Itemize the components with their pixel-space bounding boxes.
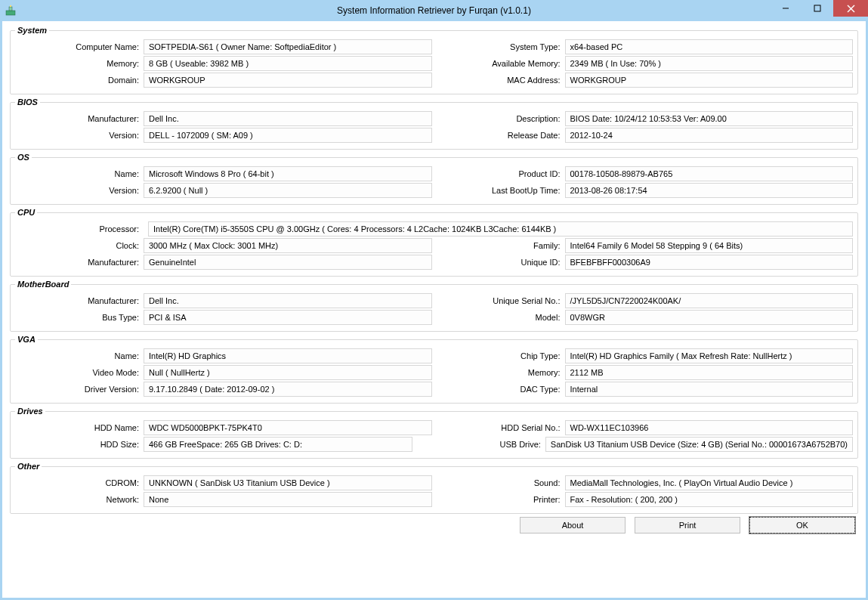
app-icon (5, 5, 17, 17)
label-cpu-unique-id: Unique ID: (437, 258, 565, 267)
value-usb-drive: SanDisk U3 Titanium USB Device (Size: 4 … (545, 437, 853, 452)
label-sound: Sound: (437, 478, 565, 487)
label-network: Network: (15, 495, 144, 504)
label-computer-name: Computer Name: (15, 42, 144, 51)
group-motherboard: MotherBoard Manufacturer:Dell Inc. Uniqu… (10, 280, 858, 332)
group-other-legend: Other (15, 462, 42, 471)
maximize-button[interactable] (802, 0, 833, 17)
label-cpu-family: Family: (437, 241, 565, 250)
label-domain: Domain: (15, 76, 144, 85)
value-vga-dac-type: Internal (565, 382, 854, 397)
value-mb-manufacturer: Dell Inc. (144, 293, 432, 308)
value-os-version: 6.2.9200 ( Null ) (144, 183, 432, 198)
value-os-last-bootup: 2013-08-26 08:17:54 (565, 183, 854, 198)
ok-button[interactable]: OK (749, 517, 855, 534)
label-mb-manufacturer: Manufacturer: (15, 296, 144, 305)
value-mac-address: WORKGROUP (565, 73, 854, 88)
value-computer-name: SOFTPEDIA-S61 ( Owner Name: SoftpediaEdi… (144, 39, 432, 54)
group-drives: Drives HDD Name:WDC WD5000BPKT-75PK4T0 H… (10, 407, 858, 459)
svg-rect-2 (10, 5, 11, 7)
value-cpu-family: Intel64 Family 6 Model 58 Stepping 9 ( 6… (565, 238, 854, 253)
group-other: Other CDROM:UNKNOWN ( SanDisk U3 Titaniu… (10, 462, 858, 514)
value-sound: MediaMall Technologies, Inc. ( PlayOn Vi… (565, 475, 854, 490)
value-cpu-manufacturer: GenuineIntel (144, 255, 432, 270)
label-vga-driver-version: Driver Version: (15, 385, 144, 394)
label-memory: Memory: (15, 59, 144, 68)
value-cpu-processor: Intel(R) Core(TM) i5-3550S CPU @ 3.00GHz… (148, 221, 853, 237)
label-os-product-id: Product ID: (437, 169, 565, 178)
group-system: System Computer Name:SOFTPEDIA-S61 ( Own… (10, 26, 858, 94)
group-bios-legend: BIOS (15, 97, 40, 107)
value-printer: Fax - Resolution: ( 200, 200 ) (565, 492, 854, 507)
group-vga: VGA Name:Intel(R) HD Graphics Chip Type:… (10, 335, 858, 404)
minimize-button[interactable] (770, 0, 802, 17)
group-motherboard-legend: MotherBoard (15, 280, 71, 289)
close-button[interactable] (833, 0, 868, 17)
label-vga-chip-type: Chip Type: (437, 351, 565, 360)
value-vga-name: Intel(R) HD Graphics (144, 348, 432, 363)
group-cpu-legend: CPU (15, 208, 37, 217)
value-os-name: Microsoft Windows 8 Pro ( 64-bit ) (144, 166, 432, 181)
value-mb-model: 0V8WGR (565, 310, 854, 325)
label-cdrom: CDROM: (15, 478, 144, 487)
group-cpu: CPU Processor: Intel(R) Core(TM) i5-3550… (10, 208, 858, 277)
label-mb-unique-serial: Unique Serial No.: (437, 296, 565, 305)
group-vga-legend: VGA (15, 335, 38, 344)
svg-rect-4 (814, 5, 820, 11)
label-usb-drive: USB Drive: (417, 440, 545, 449)
label-os-version: Version: (15, 186, 144, 195)
label-cpu-manufacturer: Manufacturer: (15, 258, 144, 267)
label-vga-name: Name: (15, 351, 144, 360)
value-mb-unique-serial: /JYL5D5J/CN7220024K00AK/ (565, 293, 854, 308)
value-vga-chip-type: Intel(R) HD Graphics Family ( Max Refres… (565, 348, 854, 363)
label-os-last-bootup: Last BootUp Time: (437, 186, 565, 195)
value-vga-memory: 2112 MB (565, 365, 854, 380)
value-hdd-serial: WD-WX11EC103966 (565, 420, 854, 435)
value-mb-bus-type: PCI & ISA (144, 310, 432, 325)
label-bios-version: Version: (15, 131, 144, 140)
content-area: System Computer Name:SOFTPEDIA-S61 ( Own… (0, 21, 868, 600)
label-hdd-serial: HDD Serial No.: (437, 423, 565, 432)
label-available-memory: Available Memory: (437, 59, 565, 68)
value-vga-video-mode: Null ( NullHertz ) (144, 365, 432, 380)
value-vga-driver-version: 9.17.10.2849 ( Date: 2012-09-02 ) (144, 382, 432, 397)
about-button[interactable]: About (520, 517, 626, 534)
group-drives-legend: Drives (15, 407, 45, 416)
label-vga-video-mode: Video Mode: (15, 368, 144, 377)
group-os-legend: OS (15, 153, 32, 162)
value-domain: WORKGROUP (144, 73, 432, 88)
value-os-product-id: 00178-10508-89879-AB765 (565, 166, 854, 181)
group-os: OS Name:Microsoft Windows 8 Pro ( 64-bit… (10, 153, 858, 205)
window-title: System Information Retriever by Furqan (… (0, 5, 868, 16)
label-cpu-processor: Processor: (15, 224, 144, 234)
label-mb-bus-type: Bus Type: (15, 313, 144, 322)
label-vga-dac-type: DAC Type: (437, 385, 565, 394)
value-memory: 8 GB ( Useable: 3982 MB ) (144, 56, 432, 71)
print-button[interactable]: Print (635, 517, 740, 534)
value-cpu-unique-id: BFEBFBFF000306A9 (565, 255, 854, 270)
label-bios-description: Description: (437, 114, 565, 123)
label-cpu-clock: Clock: (15, 241, 144, 250)
value-network: None (144, 492, 432, 507)
group-system-legend: System (15, 26, 49, 35)
value-bios-release-date: 2012-10-24 (565, 128, 854, 143)
label-os-name: Name: (15, 169, 144, 178)
value-bios-description: BIOS Date: 10/24/12 10:53:53 Ver: A09.00 (565, 111, 854, 126)
label-bios-release-date: Release Date: (437, 131, 565, 140)
button-bar: About Print OK (10, 517, 858, 534)
label-printer: Printer: (437, 495, 565, 504)
value-cpu-clock: 3000 MHz ( Max Clock: 3001 MHz) (144, 238, 432, 253)
value-hdd-size: 466 GB FreeSpace: 265 GB Drives: C: D: (144, 437, 412, 452)
value-cdrom: UNKNOWN ( SanDisk U3 Titanium USB Device… (144, 475, 432, 490)
value-hdd-name: WDC WD5000BPKT-75PK4T0 (144, 420, 432, 435)
svg-rect-1 (9, 7, 12, 11)
group-bios: BIOS Manufacturer:Dell Inc. Description:… (10, 97, 858, 150)
value-system-type: x64-based PC (565, 39, 854, 54)
label-mac-address: MAC Address: (437, 76, 565, 85)
label-mb-model: Model: (437, 313, 565, 322)
value-bios-version: DELL - 1072009 ( SM: A09 ) (144, 128, 432, 143)
value-bios-manufacturer: Dell Inc. (144, 111, 432, 126)
label-hdd-size: HDD Size: (15, 440, 144, 449)
titlebar: System Information Retriever by Furqan (… (0, 0, 868, 21)
value-available-memory: 2349 MB ( In Use: 70% ) (565, 56, 854, 71)
